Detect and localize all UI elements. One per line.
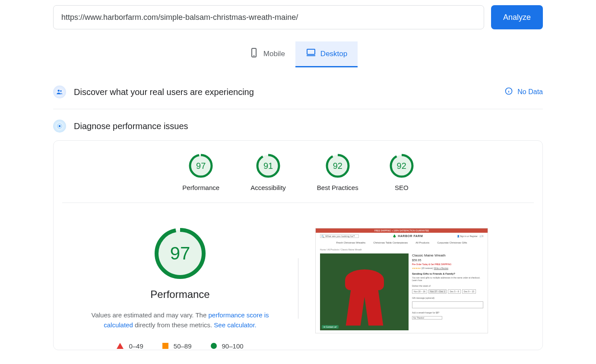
thumb-product-image: ✉ Contact us! bbox=[320, 253, 409, 330]
legend-orange: 50–89 bbox=[162, 342, 192, 350]
gauge-row: 97 Performance 91 Accessibility 92 Best … bbox=[62, 154, 534, 203]
radar-icon bbox=[53, 120, 66, 133]
url-input[interactable] bbox=[53, 5, 484, 29]
users-icon bbox=[53, 85, 66, 98]
gauge-best-practices[interactable]: 92 Best Practices bbox=[317, 154, 358, 191]
desktop-icon bbox=[306, 47, 316, 60]
thumb-nav: Fresh Christmas WreathsChristmas Table C… bbox=[316, 240, 488, 247]
gauge-accessibility-score: 91 bbox=[256, 154, 280, 178]
svg-point-1 bbox=[254, 56, 254, 56]
gauge-performance[interactable]: 97 Performance bbox=[182, 154, 219, 191]
tab-desktop-label: Desktop bbox=[320, 50, 347, 58]
see-calculator-link[interactable]: See calculator. bbox=[214, 321, 256, 329]
legend-red: 0–49 bbox=[117, 342, 143, 350]
no-data-link[interactable]: No Data bbox=[504, 87, 543, 97]
big-gauge: 97 bbox=[155, 228, 206, 279]
circle-icon bbox=[211, 343, 217, 349]
tab-mobile-label: Mobile bbox=[263, 50, 285, 58]
divider bbox=[298, 258, 298, 319]
mobile-icon bbox=[249, 47, 259, 60]
gauge-seo[interactable]: 92 SEO bbox=[390, 154, 414, 191]
svg-point-9 bbox=[59, 125, 61, 127]
gauge-performance-score: 97 bbox=[189, 154, 213, 178]
gauge-best-practices-label: Best Practices bbox=[317, 184, 358, 191]
diagnose-heading: Diagnose performance issues bbox=[74, 121, 543, 131]
gauge-best-practices-score: 92 bbox=[326, 154, 350, 178]
svg-rect-2 bbox=[307, 49, 315, 54]
gauge-accessibility[interactable]: 91 Accessibility bbox=[250, 154, 286, 191]
legend-green: 90–100 bbox=[211, 342, 244, 350]
thumb-search: 🔍What are you looking for? bbox=[320, 234, 359, 238]
diagnose-card: 97 Performance 91 Accessibility 92 Best … bbox=[53, 140, 543, 350]
analyze-button[interactable]: Analyze bbox=[491, 5, 543, 29]
thumb-breadcrumb: Home / All Products / Classic Maine Wrea… bbox=[316, 247, 488, 253]
thumb-product-info: Classic Maine Wreath $59.95 Pre-Order To… bbox=[412, 253, 483, 330]
no-data-label: No Data bbox=[517, 88, 543, 96]
big-gauge-score: 97 bbox=[155, 228, 206, 279]
thumb-logo: 🌲 HARBOR FARM bbox=[393, 234, 423, 238]
score-legend: 0–49 50–89 90–100 bbox=[117, 342, 243, 350]
big-gauge-label: Performance bbox=[150, 288, 209, 301]
info-icon bbox=[504, 87, 513, 97]
square-icon bbox=[162, 343, 168, 349]
discover-heading: Discover what your real users are experi… bbox=[74, 87, 504, 97]
gauge-seo-score: 92 bbox=[390, 154, 414, 178]
gauge-accessibility-label: Accessibility bbox=[250, 184, 286, 191]
triangle-icon bbox=[117, 343, 124, 349]
svg-point-4 bbox=[58, 90, 60, 92]
page-screenshot-thumbnail: FREE SHIPPING + 100% SATISFACTION GUARAN… bbox=[315, 228, 488, 333]
gauge-seo-label: SEO bbox=[395, 184, 409, 191]
thumb-account: 👤 Sign in or Register 🛒0 bbox=[457, 235, 483, 237]
performance-desc: Values are estimated and may vary. The p… bbox=[79, 310, 282, 330]
svg-point-5 bbox=[60, 90, 62, 92]
gauge-performance-label: Performance bbox=[182, 184, 219, 191]
thumb-chat-badge: ✉ Contact us! bbox=[322, 325, 339, 329]
tab-desktop[interactable]: Desktop bbox=[295, 41, 358, 67]
tab-mobile[interactable]: Mobile bbox=[238, 41, 295, 67]
